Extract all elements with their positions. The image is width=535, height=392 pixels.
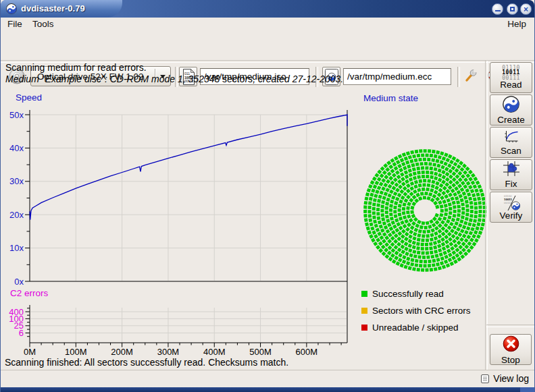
toolbar-separator [457, 67, 460, 87]
minimize-button[interactable] [492, 3, 503, 15]
verify-button[interactable]: 01110 10011 00111 Verify [490, 192, 532, 223]
binary-read-icon: 01110 10011 00111 [502, 65, 520, 81]
app-yinyang-icon [6, 3, 17, 17]
sidebar-divider [485, 61, 488, 370]
svg-text:0x: 0x [14, 277, 24, 287]
svg-text:0M: 0M [24, 347, 36, 356]
toolbar: Optical drive 52X FW 1.02 0111001100111 [1, 31, 534, 60]
legend-item-crc-errors: Sectors with CRC errors [361, 306, 471, 316]
ecc-file-input[interactable] [343, 68, 451, 85]
puzzle-fix-icon [503, 161, 520, 179]
speed-chart-title: Speed [16, 92, 42, 103]
resize-grip[interactable] [520, 387, 534, 392]
medium-state-title: Medium state [363, 93, 418, 103]
legend-label: Sectors with CRC errors [372, 306, 471, 316]
c2-errors-chart-title: C2 errors [10, 288, 48, 298]
stop-button[interactable]: Stop [490, 334, 532, 365]
legend-swatch-yellow [361, 308, 367, 314]
svg-text:20x: 20x [9, 210, 24, 220]
scan-button[interactable]: Scan [490, 127, 532, 158]
legend-item-unreadable: Unreadable / skipped [361, 323, 459, 333]
svg-text:400: 400 [9, 307, 24, 317]
svg-text:600M: 600M [296, 347, 318, 356]
legend-label: Successfully read [372, 289, 444, 299]
scan-curve-icon [503, 130, 519, 146]
status-line-1: Scanning medium for read errors. [5, 62, 147, 73]
svg-text:500M: 500M [249, 347, 272, 356]
legend-swatch-green [361, 291, 367, 297]
close-icon: × [524, 5, 528, 13]
svg-text:40x: 40x [9, 143, 24, 153]
svg-text:50x: 50x [9, 110, 24, 120]
menu-help[interactable]: Help [505, 18, 529, 30]
window-bottom-frame [1, 387, 534, 392]
scan-button-label: Scan [501, 146, 521, 156]
dvdisaster-window: dvdisaster-0.79 × File Tools Help Optica… [0, 0, 535, 392]
verify-button-label: Verify [500, 211, 523, 221]
legend-label: Unreadable / skipped [372, 323, 459, 333]
fix-button-label: Fix [505, 179, 517, 189]
menu-file[interactable]: File [5, 18, 25, 30]
svg-text:10x: 10x [9, 243, 24, 253]
stop-icon [502, 335, 520, 356]
svg-text:30x: 30x [9, 176, 24, 186]
view-log-button[interactable]: View log [480, 373, 529, 384]
svg-text:300M: 300M [157, 347, 180, 356]
legend-swatch-red [361, 325, 367, 331]
create-button-label: Create [497, 115, 525, 125]
menu-tools[interactable]: Tools [30, 18, 57, 30]
preferences-wrench-icon[interactable] [464, 68, 479, 83]
create-yinyang-icon [503, 96, 519, 115]
svg-text:00111: 00111 [504, 201, 512, 204]
svg-text:200M: 200M [111, 347, 133, 356]
svg-text:400M: 400M [203, 347, 226, 356]
status-line-2: Medium "Example disc": CD-ROM mode 1, 35… [5, 74, 343, 84]
menubar: File Tools Help [1, 18, 534, 31]
statusbar: View log [1, 371, 534, 387]
stop-button-label: Stop [501, 356, 520, 365]
window-title: dvdisaster-0.79 [21, 3, 85, 13]
read-button[interactable]: 01110 10011 00111 Read [490, 62, 532, 93]
maximize-icon [510, 7, 515, 11]
view-log-label: View log [493, 373, 529, 384]
maximize-button[interactable] [507, 3, 518, 15]
fix-button[interactable]: Fix [490, 159, 532, 190]
scan-result-message: Scanning finished: All sectors successfu… [5, 357, 288, 368]
close-button[interactable]: × [520, 3, 532, 15]
sidebar-stop-divider [486, 325, 535, 327]
minimize-icon [495, 10, 501, 11]
legend-item-successfully-read: Successfully read [361, 289, 444, 299]
verify-compare-icon: 01110 10011 00111 [501, 194, 521, 211]
read-button-label: Read [500, 80, 521, 90]
medium-state-disc [357, 142, 492, 280]
titlebar[interactable]: dvdisaster-0.79 × [1, 0, 534, 18]
log-list-icon [480, 374, 490, 384]
create-button[interactable]: Create [490, 94, 532, 125]
svg-text:100M: 100M [65, 347, 87, 356]
